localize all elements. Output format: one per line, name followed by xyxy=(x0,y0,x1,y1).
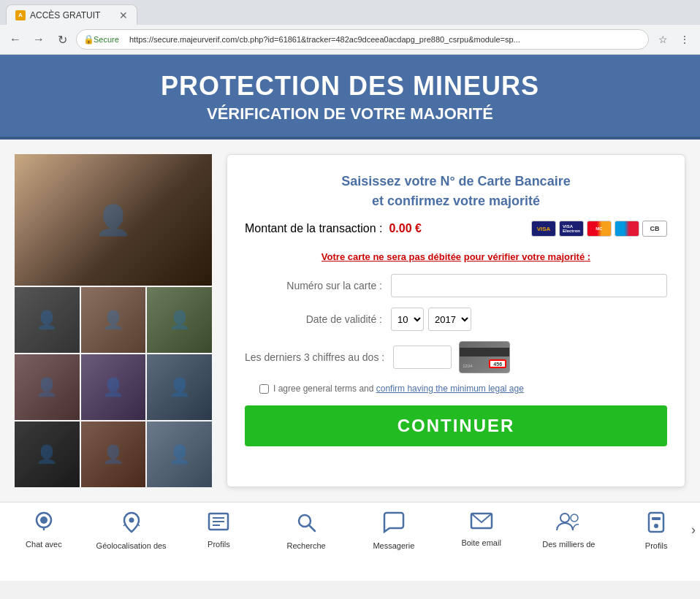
cvv-row: Les derniers 3 chiffres au dos : 456 123… xyxy=(245,341,667,373)
geo-icon xyxy=(120,511,143,538)
active-tab[interactable]: A ACCÈS GRATUIT ✕ xyxy=(6,4,137,25)
bottom-nav-profils2-label: Profils xyxy=(645,541,668,550)
expiry-year-select[interactable]: 20152016 20172018 20192020 20212022 xyxy=(428,308,471,331)
expiry-month-select[interactable]: 123 456 789 101112 xyxy=(391,308,424,331)
warning-rest: pour vérifier votre majorité : xyxy=(464,251,590,262)
forward-button[interactable]: → xyxy=(29,30,48,49)
photo-row-2: 👤 👤 👤 xyxy=(15,354,212,420)
photo-small-3: 👤 xyxy=(147,287,212,353)
svg-point-15 xyxy=(654,524,658,528)
photo-grid: 👤 👤 👤 👤 👤 👤 xyxy=(15,154,212,487)
messaging-icon xyxy=(382,511,406,538)
bottom-nav-geo-label: Géolocalisation des xyxy=(96,541,167,550)
tab-favicon: A xyxy=(15,10,26,20)
photo-silhouette-6: 👤 xyxy=(147,354,212,420)
continue-button[interactable]: CONTINUER xyxy=(245,405,667,446)
date-selects: 123 456 789 101112 20152016 20172018 201… xyxy=(391,308,471,331)
svg-point-3 xyxy=(129,518,134,523)
header-subtitle: VÉRIFICATION DE VOTRE MAJORITÉ xyxy=(15,104,685,123)
lock-icon: 🔒 xyxy=(83,34,94,45)
bottom-nav-chat[interactable]: Chat avec xyxy=(0,508,88,553)
bottom-nav-profils1[interactable]: Profils xyxy=(175,508,263,553)
terms-checkbox[interactable] xyxy=(259,384,269,394)
profils1-icon xyxy=(207,511,230,537)
svg-point-1 xyxy=(40,516,47,524)
card-number-row: Numéro sur la carte : xyxy=(245,274,667,297)
bottom-nav-messaging[interactable]: Messagerie xyxy=(350,508,438,553)
page-content: PROTECTION DES MINEURS VÉRIFICATION DE V… xyxy=(0,55,700,581)
tab-bar: A ACCÈS GRATUIT ✕ xyxy=(0,0,700,25)
cvv-input-row: 456 1234 xyxy=(393,341,510,373)
terms-text: I agree general terms and confirm having… xyxy=(273,384,524,394)
photo-small-8: 👤 xyxy=(81,421,146,487)
tab-label: ACCÈS GRATUIT xyxy=(30,10,100,20)
bottom-nav-profils2[interactable]: Profils xyxy=(612,508,700,553)
cvv-input[interactable] xyxy=(393,346,452,369)
bottom-nav-email[interactable]: Boite email xyxy=(438,508,525,553)
photo-silhouette-8: 👤 xyxy=(81,421,146,487)
svg-point-12 xyxy=(571,514,578,522)
svg-point-11 xyxy=(560,514,569,522)
card-number-label: Numéro sur la carte : xyxy=(245,280,391,291)
photo-silhouette-3: 👤 xyxy=(147,287,212,353)
bottom-nav-email-label: Boite email xyxy=(461,538,501,547)
photo-small-5: 👤 xyxy=(81,354,146,420)
back-button[interactable]: ← xyxy=(6,30,25,49)
photo-silhouette-5: 👤 xyxy=(81,354,146,420)
email-icon xyxy=(470,511,493,535)
form-card: Saisissez votre N° de Carte Bancaire et … xyxy=(227,154,685,487)
card-back-visual: 456 1234 xyxy=(459,341,510,373)
header-banner: PROTECTION DES MINEURS VÉRIFICATION DE V… xyxy=(0,55,700,140)
refresh-button[interactable]: ↻ xyxy=(53,30,72,49)
photo-silhouette-7: 👤 xyxy=(15,421,80,487)
expiry-row: Date de validité : 123 456 789 101112 20… xyxy=(245,308,667,331)
menu-dots-icon[interactable]: ⋮ xyxy=(675,30,694,49)
visa-logo: VISA xyxy=(531,221,556,237)
photo-silhouette-1: 👤 xyxy=(15,287,80,353)
bottom-nav-messaging-label: Messagerie xyxy=(373,541,414,550)
photo-silhouette-4: 👤 xyxy=(15,354,80,420)
tab-close-button[interactable]: ✕ xyxy=(119,9,128,21)
photo-small-2: 👤 xyxy=(81,287,146,353)
cb-logo: CB xyxy=(642,221,667,237)
svg-rect-13 xyxy=(649,513,663,532)
warning-text: Votre carte ne sera pas débitée pour vér… xyxy=(245,251,667,262)
terms-row: I agree general terms and confirm having… xyxy=(245,384,667,394)
bottom-nav-search[interactable]: Recherche xyxy=(262,508,350,553)
bookmark-star-icon[interactable]: ☆ xyxy=(653,30,672,49)
terms-link[interactable]: confirm having the minimum legal age xyxy=(376,384,524,394)
main-area: 👤 👤 👤 👤 👤 👤 xyxy=(0,140,700,502)
warning-underlined: Votre carte ne sera pas débitée xyxy=(322,251,461,262)
browser-chrome: A ACCÈS GRATUIT ✕ ← → ↻ 🔒 Secure ☆ ⋮ xyxy=(0,0,700,55)
header-title: PROTECTION DES MINEURS xyxy=(15,71,685,102)
photo-small-6: 👤 xyxy=(147,354,212,420)
card-stripe xyxy=(460,348,509,356)
transaction-label: Montant de la transaction : 0.00 € xyxy=(245,222,422,235)
address-bar-row: ← → ↻ 🔒 Secure ☆ ⋮ xyxy=(0,25,700,54)
toolbar-icons: ☆ ⋮ xyxy=(653,30,694,49)
photo-small-1: 👤 xyxy=(15,287,80,353)
svg-line-9 xyxy=(309,525,315,531)
cvv-label: Les derniers 3 chiffres au dos : xyxy=(245,351,393,363)
photo-row-1: 👤 👤 👤 xyxy=(15,287,212,353)
photo-small-4: 👤 xyxy=(15,354,80,420)
bottom-nav: Chat avec Géolocalisation des Profils Re… xyxy=(0,502,700,556)
nav-scroll-right[interactable]: › xyxy=(691,522,696,537)
main-photo-silhouette: 👤 xyxy=(15,154,212,286)
search-icon xyxy=(295,511,317,538)
card-number-input[interactable] xyxy=(391,274,667,297)
photo-row-3: 👤 👤 👤 xyxy=(15,421,212,487)
address-wrapper: 🔒 Secure xyxy=(76,29,649,50)
bottom-nav-geo[interactable]: Géolocalisation des xyxy=(88,508,175,553)
bottom-nav-members[interactable]: Des milliers de xyxy=(525,508,613,553)
visa-electron-logo: VISAElectron xyxy=(559,221,584,237)
svg-rect-14 xyxy=(652,517,661,520)
address-input[interactable] xyxy=(76,29,649,50)
card-logos: VISA VISAElectron MC CB xyxy=(531,221,667,237)
photo-small-9: 👤 xyxy=(147,421,212,487)
bottom-nav-chat-label: Chat avec xyxy=(26,540,62,549)
main-photo-img: 👤 xyxy=(15,154,212,286)
photo-silhouette-9: 👤 xyxy=(147,421,212,487)
card-cvv-box: 456 xyxy=(489,359,506,368)
members-icon xyxy=(555,511,582,537)
